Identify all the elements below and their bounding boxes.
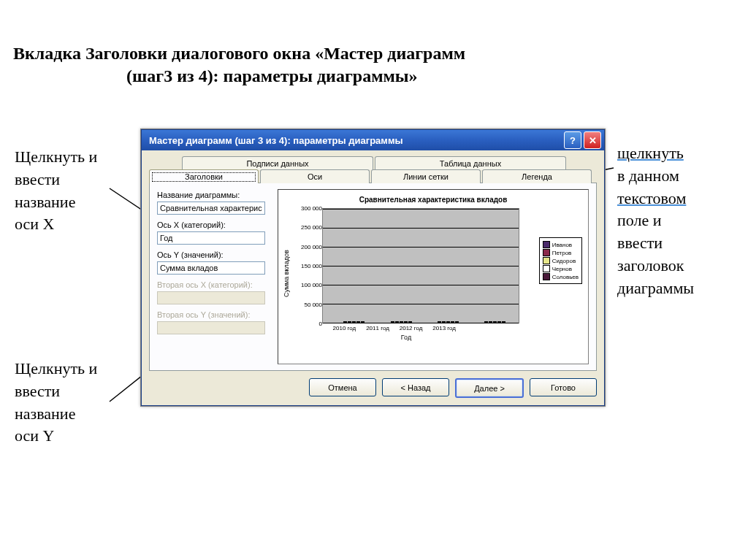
callout-axis-x: Щелкнуть иввестиназваниеоси X (15, 146, 139, 236)
legend-swatch (543, 257, 550, 264)
legend-label: Чернов (552, 266, 572, 272)
preview-ylabel: Сумма вкладов (281, 208, 291, 340)
tab-page-titles: Название диаграммы: Ось X (категорий): О… (149, 183, 597, 371)
axis-x-label: Ось X (категорий): (157, 220, 270, 229)
tab-data-table[interactable]: Таблица данных (375, 156, 566, 170)
legend-swatch (543, 249, 550, 256)
legend-swatch (543, 265, 550, 272)
callout-axis-y: Щелкнуть иввестиназваниеоси Y (15, 358, 139, 448)
preview-xlabel: Год (293, 334, 519, 341)
axis-y-label: Ось Y (значений): (157, 250, 270, 259)
legend-swatch (543, 241, 550, 248)
tab-gridlines[interactable]: Линии сетки (371, 169, 481, 183)
heading-line-1: Вкладка Заголовки диалогового окна «Маст… (13, 42, 465, 65)
fields-column: Название диаграммы: Ось X (категорий): О… (157, 189, 270, 364)
close-button[interactable]: ✕ (584, 131, 601, 149)
dialog-buttons: Отмена < Назад Далее > Готово (149, 378, 597, 398)
xtick: 2010 год (333, 325, 356, 331)
dialog-body: Подписи данных Таблица данных Заголовки … (141, 150, 605, 406)
preview-chart-title: Сравнительная характеристика вкладов (281, 196, 585, 204)
legend-item: Соловьев (543, 273, 579, 280)
axis-x-input[interactable] (157, 231, 265, 245)
axis-x2-input (157, 291, 265, 304)
legend: ИвановПетровСидоровЧерновСоловьев (539, 237, 582, 284)
tab-area: Подписи данных Таблица данных Заголовки … (149, 156, 597, 371)
chart-wizard-dialog: Мастер диаграмм (шаг 3 из 4): параметры … (140, 129, 606, 407)
chart-title-label: Название диаграммы: (157, 191, 270, 199)
legend-label: Иванов (552, 242, 572, 248)
xtick: 2013 год (432, 325, 456, 331)
cancel-button[interactable]: Отмена (309, 378, 376, 396)
titlebar[interactable]: Мастер диаграмм (шаг 3 из 4): параметры … (141, 129, 605, 150)
legend-label: Сидоров (552, 258, 576, 264)
xtick: 2011 год (366, 325, 389, 331)
axis-y-input[interactable] (157, 261, 265, 275)
chart-title-input[interactable] (157, 202, 265, 215)
dialog-title-text: Мастер диаграмм (шаг 3 из 4): параметры … (149, 135, 562, 146)
axis-x2-label: Вторая ось X (категорий): (157, 280, 270, 289)
legend-item: Иванов (543, 241, 579, 248)
legend-swatch (543, 273, 550, 280)
axis-y2-label: Вторая ось Y (значений): (157, 310, 270, 319)
back-button[interactable]: < Назад (382, 378, 449, 396)
legend-label: Соловьев (552, 274, 579, 280)
next-button[interactable]: Далее > (455, 378, 524, 398)
page-heading: Вкладка Заголовки диалогового окна «Маст… (13, 42, 465, 88)
finish-button[interactable]: Готово (530, 378, 597, 396)
legend-label: Петров (552, 250, 572, 256)
legend-item: Петров (543, 249, 579, 256)
legend-item: Сидоров (543, 257, 579, 264)
tab-titles[interactable]: Заголовки (149, 169, 259, 183)
xtick: 2012 год (400, 325, 423, 331)
callout-chart-title: щелкнутьв данномтекстовомполе иввестизаг… (617, 142, 741, 300)
heading-line-2: (шаг3 из 4): параметры диаграммы» (126, 65, 465, 88)
help-button[interactable]: ? (564, 131, 581, 149)
tab-legend[interactable]: Легенда (482, 169, 592, 183)
axis-y2-input (157, 321, 265, 334)
legend-item: Чернов (543, 265, 579, 272)
tab-data-labels[interactable]: Подписи данных (182, 156, 373, 170)
plot-box: 050 000100 000150 000200 000250 000300 0… (293, 208, 585, 340)
tab-axes[interactable]: Оси (260, 169, 370, 183)
chart-preview: Сравнительная характеристика вкладов Сум… (278, 189, 589, 364)
